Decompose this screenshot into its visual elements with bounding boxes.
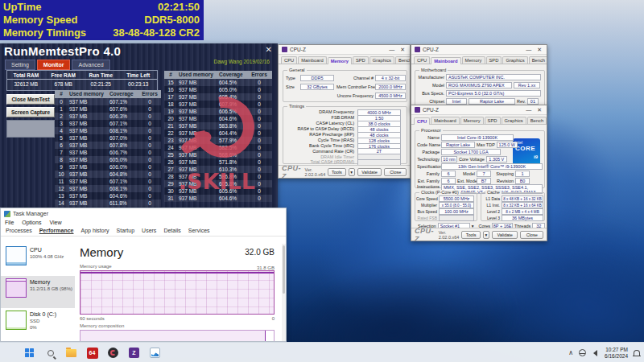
tools-button[interactable]: Tools [461, 231, 480, 239]
scale-zero-label: 0 [272, 316, 275, 321]
memtest64-taskbar-button[interactable]: 64 [85, 346, 99, 360]
groupbox-legend: Timings [287, 104, 306, 109]
cpuz-app-icon [415, 47, 420, 52]
tab-memory[interactable]: Memory [460, 117, 484, 124]
cpuz-titlebar[interactable]: CPU-Z — ✕ [411, 45, 547, 55]
ext-family-label: Ext. Family [417, 179, 440, 183]
memtest-row: 27937 MB610.3%0 [164, 166, 272, 173]
memtest-row: 7937 MB606.7%0 [55, 149, 161, 156]
package-label: Package [417, 150, 440, 154]
close-icon[interactable]: ✕ [535, 107, 543, 113]
tab-processes[interactable]: Processes [6, 228, 32, 233]
close-icon[interactable]: ✕ [535, 47, 543, 53]
tools-button[interactable]: Tools [328, 168, 345, 176]
tab-performance[interactable]: Performance [39, 228, 74, 233]
memtest-table-left: #Used memoryCoverageErrors 0937 MB607.1%… [55, 90, 161, 207]
start-button[interactable] [23, 346, 36, 360]
network-icon[interactable] [579, 349, 586, 356]
memtest-window-title[interactable]: RunMemtestPro 4.0 [4, 44, 121, 58]
tab-details[interactable]: Details [163, 228, 180, 233]
l1-data-value: 8 x 48 KB + 16 x 32 KB [502, 195, 543, 202]
badge-core: CORE [515, 145, 538, 152]
notification-bell-icon[interactable] [634, 350, 640, 356]
timespan-label: 60 seconds [80, 316, 105, 321]
gskill-taskbar-button[interactable] [106, 346, 120, 360]
cpuz-titlebar[interactable]: CPU-Z — ✕ [411, 105, 547, 115]
memtest-row: 1937 MB607.6%0 [55, 105, 161, 113]
tab-graphics[interactable]: Graphics [369, 56, 394, 64]
close-icon[interactable]: ✕ [398, 47, 407, 53]
task-manager-icon [150, 348, 160, 358]
cpuz-app-icon: Z [129, 348, 139, 358]
tab-graphics[interactable]: Graphics [502, 56, 527, 64]
model-label: Model [417, 83, 444, 88]
search-button[interactable] [43, 346, 57, 360]
sidebar-item-cpu[interactable]: CPU100% 4.08 GHz [1, 244, 75, 276]
tab-bench[interactable]: Bench [529, 56, 547, 64]
cpuz-memory-window: CPU-Z — ✕ CPU Mainboard Memory SPD Graph… [278, 44, 411, 179]
tools-dropdown-icon[interactable]: ▾ [349, 168, 355, 176]
tab-services[interactable]: Services [188, 228, 210, 233]
tab-bench[interactable]: Bench [395, 56, 411, 64]
minimize-icon[interactable]: — [524, 107, 533, 113]
clock[interactable]: 10:27 PM 6/16/2024 [605, 347, 628, 360]
close-button[interactable]: Close [384, 168, 407, 176]
tab-spd[interactable]: SPD [353, 56, 369, 64]
tab-memory[interactable]: Memory [462, 56, 485, 64]
file-explorer-button[interactable] [64, 346, 78, 360]
menu-options[interactable]: Options [22, 220, 41, 225]
tab-advanced[interactable]: Advanced [72, 60, 109, 70]
tab-cpu[interactable]: CPU [281, 56, 297, 64]
tab-mainboard[interactable]: Mainboard [298, 56, 326, 64]
close-memtest-button[interactable]: Close MemTest [6, 94, 55, 105]
tab-users[interactable]: Users [142, 228, 156, 233]
menu-file[interactable]: File [5, 220, 14, 225]
groupbox-legend: General [287, 68, 307, 73]
tab-memory[interactable]: Memory [328, 57, 352, 64]
task-manager-taskbar-button[interactable] [148, 346, 162, 360]
task-manager-titlebar[interactable]: Task Manager [1, 208, 286, 219]
hidden-icons-chevron-icon[interactable]: ∧ [568, 349, 573, 356]
cpuz-version: Ver. 2.02.0.x64 [305, 167, 326, 177]
cpuz-titlebar[interactable]: CPU-Z — ✕ [279, 45, 410, 55]
close-icon[interactable]: ✕ [266, 45, 272, 54]
memory-composition-bar[interactable] [80, 330, 275, 342]
chipset-label: Chipset [417, 99, 444, 104]
tab-setting[interactable]: Setting [5, 60, 35, 70]
level3-label: Level 3 [482, 216, 500, 220]
cpuz-taskbar-button[interactable]: Z [127, 346, 141, 360]
close-button[interactable]: Close [520, 231, 543, 239]
sidebar-item-memory[interactable]: Memory31.2/31.8 GB (98%) [1, 276, 75, 308]
tab-startup[interactable]: Startup [117, 228, 135, 233]
minimize-icon[interactable]: — [524, 47, 533, 52]
tab-monitor[interactable]: Monitor [37, 60, 71, 70]
sidebar-cpu-name: CPU [30, 247, 64, 253]
chipset-brand: Intel [446, 98, 467, 105]
validate-button[interactable]: Validate [357, 168, 382, 176]
tab-mainboard[interactable]: Mainboard [431, 117, 459, 124]
tab-spd[interactable]: SPD [485, 117, 501, 124]
volume-icon[interactable] [590, 350, 597, 356]
tab-cpu[interactable]: CPU [414, 56, 430, 64]
tools-dropdown-icon[interactable]: ▾ [483, 231, 489, 239]
memtest-row: 24937 MB582.5%0 [164, 144, 272, 151]
tab-graphics[interactable]: Graphics [502, 117, 526, 124]
cpuz-app-icon [282, 47, 287, 52]
memtest-row: 2937 MB606.3%0 [55, 113, 161, 120]
tab-spd[interactable]: SPD [486, 56, 502, 64]
screen-capture-button[interactable]: Screen Capture [6, 107, 55, 117]
tab-bench[interactable]: Bench [527, 117, 547, 124]
cpuz-tabbar: CPU Mainboard Memory SPD Graphics Bench … [411, 55, 547, 64]
menu-view[interactable]: View [49, 220, 61, 225]
validate-button[interactable]: Validate [492, 231, 518, 239]
tab-cpu[interactable]: CPU [414, 117, 430, 125]
tab-app-history[interactable]: App history [80, 228, 109, 233]
overlay-label: Memory Timings [3, 27, 86, 39]
summary-header: Free RAM [45, 72, 83, 78]
memtest-row: 15937 MB604.5%0 [164, 79, 272, 86]
tab-mainboard[interactable]: Mainboard [431, 57, 460, 64]
scrollbar[interactable] [282, 244, 286, 341]
minimize-icon[interactable]: — [387, 47, 396, 52]
memory-mini-graph [6, 278, 27, 298]
sidebar-item-disk[interactable]: Disk 0 (C:)SSD0% [1, 308, 75, 340]
